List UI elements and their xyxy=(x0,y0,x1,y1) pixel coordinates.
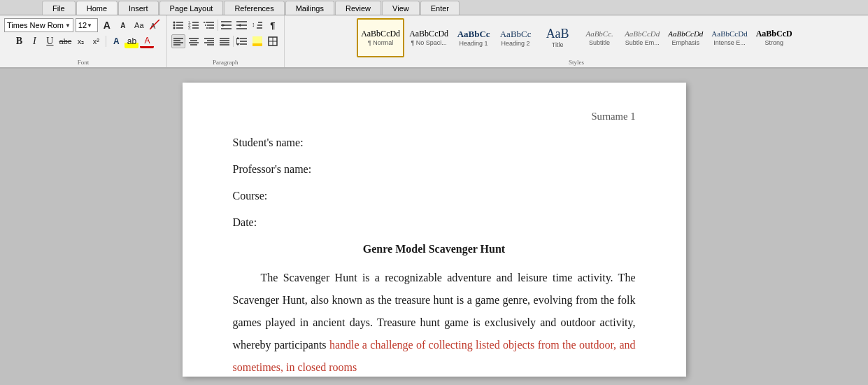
tab-home[interactable]: Home xyxy=(76,1,118,15)
style-subtitle[interactable]: AaBbCc. Subtitle xyxy=(579,18,620,57)
style-heading2[interactable]: AaBbCc Heading 2 xyxy=(495,18,536,57)
align-right-button[interactable] xyxy=(202,34,216,48)
student-name-line[interactable]: Student's name: xyxy=(233,136,636,149)
svg-rect-55 xyxy=(252,43,262,46)
font-section: Times New Rom ▼ 12 ▼ A A Aa A B I U ab xyxy=(0,15,167,67)
font-name-arrow: ▼ xyxy=(65,22,71,29)
tab-insert[interactable]: Insert xyxy=(118,1,159,15)
justify-button[interactable] xyxy=(218,34,232,48)
style-heading1-preview: AaBbCc xyxy=(457,29,490,38)
style-subtle-em-label: Subtle Em... xyxy=(625,39,660,46)
tab-references[interactable]: References xyxy=(224,1,284,15)
align-center-button[interactable] xyxy=(187,34,201,48)
style-heading1[interactable]: AaBbCc Heading 1 xyxy=(453,18,494,57)
style-intense-e-preview: AaBbCcDd xyxy=(711,30,747,38)
font-name-label: Times New Rom xyxy=(7,21,64,29)
sep3 xyxy=(233,36,234,47)
font-name-selector[interactable]: Times New Rom ▼ xyxy=(4,18,73,32)
clear-formatting-button[interactable]: A xyxy=(148,18,162,32)
superscript-button[interactable]: x² xyxy=(89,34,103,48)
style-no-spacing-label: ¶ No Spaci... xyxy=(411,39,446,46)
style-normal-preview: AaBbCcDd xyxy=(361,29,400,38)
style-title[interactable]: AaB Title xyxy=(537,18,578,57)
font-section-label: Font xyxy=(78,59,90,66)
svg-point-4 xyxy=(173,24,175,27)
svg-point-16 xyxy=(205,24,206,26)
font-grow-button[interactable]: A xyxy=(100,18,114,32)
change-case-button[interactable]: Aa xyxy=(132,18,146,32)
svg-marker-49 xyxy=(236,37,240,39)
ribbon: Times New Rom ▼ 12 ▼ A A Aa A B I U ab xyxy=(0,15,868,69)
strikethrough-button[interactable]: abc xyxy=(58,34,72,48)
svg-marker-23 xyxy=(222,24,225,27)
style-heading1-label: Heading 1 xyxy=(460,40,488,47)
font-color-button[interactable]: A xyxy=(140,34,154,48)
document-page: Surname 1 Student's name: Professor's na… xyxy=(183,83,686,377)
style-normal[interactable]: AaBbCcDd ¶ Normal xyxy=(357,18,404,57)
document-title[interactable]: Genre Model Scavenger Hunt xyxy=(233,243,636,255)
align-left-button[interactable] xyxy=(171,34,185,48)
bullets-button[interactable] xyxy=(171,18,185,32)
svg-text:↕: ↕ xyxy=(252,21,255,28)
style-subtitle-label: Subtitle xyxy=(589,39,610,46)
svg-point-2 xyxy=(173,22,175,24)
text-effects-button[interactable]: A xyxy=(109,34,123,48)
style-emphasis[interactable]: AaBbCcDd Emphasis xyxy=(664,18,706,57)
svg-marker-27 xyxy=(238,24,241,27)
styles-section-label: Styles xyxy=(569,59,584,66)
subscript-button[interactable]: x₂ xyxy=(73,34,87,48)
increase-indent-button[interactable] xyxy=(235,18,249,32)
style-normal-label: ¶ Normal xyxy=(368,39,393,46)
paragraph-section-label: Paragraph xyxy=(213,59,238,66)
style-subtitle-preview: AaBbCc. xyxy=(585,30,613,38)
sort-button[interactable]: ↕ xyxy=(250,18,264,32)
borders-button[interactable] xyxy=(266,34,280,48)
professor-name-line[interactable]: Professor's name: xyxy=(233,163,636,176)
style-no-spacing[interactable]: AaBbCcDd ¶ No Spaci... xyxy=(406,18,452,57)
svg-point-18 xyxy=(206,27,208,29)
header-right: Surname 1 xyxy=(233,111,636,122)
show-hide-button[interactable]: ¶ xyxy=(266,18,280,32)
font-size-selector[interactable]: 12 ▼ xyxy=(76,18,98,32)
style-emphasis-label: Emphasis xyxy=(672,39,700,46)
style-subtle-em-preview: AaBbCcDd xyxy=(625,30,660,38)
sep2 xyxy=(218,20,218,31)
style-strong-label: Strong xyxy=(764,39,783,46)
date-line[interactable]: Date: xyxy=(233,216,636,229)
svg-text:3.: 3. xyxy=(188,26,191,30)
style-intense-e[interactable]: AaBbCcDd Intense E... xyxy=(708,18,750,57)
font-shrink-button[interactable]: A xyxy=(116,18,130,32)
bold-button[interactable]: B xyxy=(12,34,26,48)
course-line[interactable]: Course: xyxy=(233,190,636,202)
tab-enter[interactable]: Enter xyxy=(420,1,460,15)
styles-section: AaBbCcDd ¶ Normal AaBbCcDd ¶ No Spaci...… xyxy=(285,15,868,67)
style-heading2-label: Heading 2 xyxy=(501,40,530,47)
document-paragraph[interactable]: The Scavenger Hunt is a recognizable adv… xyxy=(233,267,636,379)
shading-button[interactable] xyxy=(250,34,264,48)
style-intense-e-label: Intense E... xyxy=(713,39,746,46)
tab-mailings[interactable]: Mailings xyxy=(285,1,334,15)
multilevel-list-button[interactable] xyxy=(202,18,216,32)
tabs-row: File Home Insert Page Layout References … xyxy=(0,0,868,15)
highlight-color-button[interactable]: ab xyxy=(124,34,138,48)
style-strong-preview: AaBbCcD xyxy=(756,29,792,38)
tab-file[interactable]: File xyxy=(42,1,76,15)
font-size-arrow: ▼ xyxy=(87,22,92,29)
tab-page-layout[interactable]: Page Layout xyxy=(159,1,224,15)
style-title-label: Title xyxy=(552,41,564,48)
style-heading2-preview: AaBbCc xyxy=(500,29,532,38)
tab-review[interactable]: Review xyxy=(335,1,381,15)
font-size-label: 12 xyxy=(78,21,87,29)
svg-marker-50 xyxy=(236,43,240,46)
style-subtle-em[interactable]: AaBbCcDd Subtle Em... xyxy=(621,18,663,57)
paragraph-section: 1.2.3. ↕ ¶ xyxy=(167,15,285,67)
decrease-indent-button[interactable] xyxy=(220,18,234,32)
line-spacing-button[interactable] xyxy=(235,34,249,48)
svg-point-6 xyxy=(173,27,175,29)
tab-view[interactable]: View xyxy=(382,1,420,15)
underline-button[interactable]: U xyxy=(43,34,57,48)
svg-point-14 xyxy=(204,22,205,23)
italic-button[interactable]: I xyxy=(27,34,41,48)
style-strong[interactable]: AaBbCcD Strong xyxy=(753,18,796,57)
numbering-button[interactable]: 1.2.3. xyxy=(187,18,201,32)
